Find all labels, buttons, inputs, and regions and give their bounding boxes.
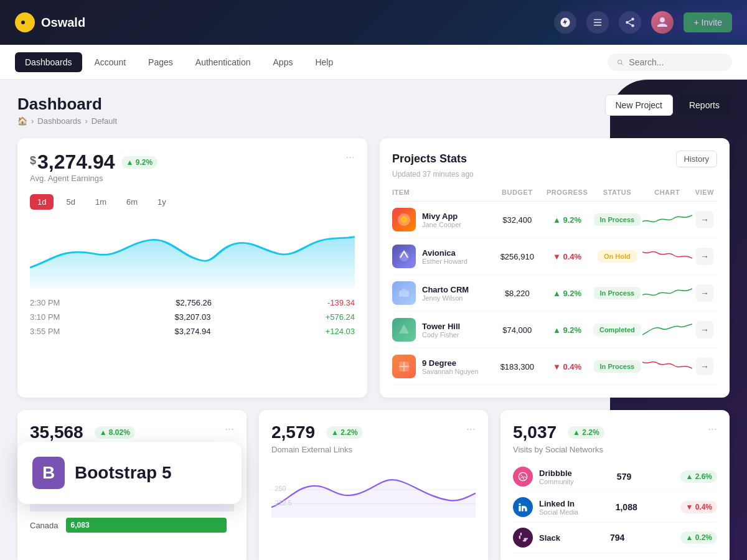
country-name: Canada <box>30 521 59 530</box>
nav-item-pages[interactable]: Pages <box>138 52 183 72</box>
nav-item-account[interactable]: Account <box>85 52 136 72</box>
project-view-mivy[interactable]: → <box>696 211 713 228</box>
svg-text:212.5: 212.5 <box>275 499 291 506</box>
nav-item-authentication[interactable]: Authentication <box>186 52 261 72</box>
project-status-9degree: In Process <box>592 360 642 373</box>
project-item-avionica: Avionica Esther Howard <box>392 245 492 268</box>
earnings-badge: ▲ 9.2% <box>121 156 158 169</box>
time-btn-1d[interactable]: 1d <box>30 194 54 210</box>
search-input[interactable] <box>629 57 723 67</box>
social-amount: 5,037 ▲ 2.2% <box>513 422 604 442</box>
time-btn-6m[interactable]: 6m <box>119 194 145 210</box>
projects-header: Projects Stats History <box>392 151 717 167</box>
slack-name: Slack <box>539 533 560 543</box>
earnings-value: 3,274.94 <box>37 151 115 174</box>
slack-icon <box>513 528 533 548</box>
earnings-label: Avg. Agent Earnings <box>30 174 157 183</box>
project-budget-tower: $74,000 <box>492 325 542 335</box>
domain-links-card: 2,579 ▲ 2.2% Domain External Links ··· 2… <box>259 410 488 560</box>
project-view-avionica[interactable]: → <box>696 248 713 265</box>
main-grid: $ 3,274.94 ▲ 9.2% Avg. Agent Earnings ··… <box>17 138 730 398</box>
slack-info: Slack <box>539 533 560 543</box>
projects-title: Projects Stats <box>392 152 467 166</box>
project-budget-9degree: $183,300 <box>492 362 542 371</box>
breadcrumb-dashboards[interactable]: Dashboards <box>37 116 81 126</box>
organic-more-button[interactable]: ··· <box>225 422 234 436</box>
svg-line-6 <box>629 20 632 22</box>
time-2: 3:10 PM <box>30 312 60 322</box>
linkedin-type: Social Media <box>539 508 578 516</box>
social-row-linkedin: Linked In Social Media 1,088 ▼ 0.4% <box>513 492 717 523</box>
svg-text:250: 250 <box>275 485 286 492</box>
project-chart-charto <box>642 282 692 304</box>
change-2: +576.24 <box>326 312 355 322</box>
project-info-avionica: Avionica Esther Howard <box>422 248 467 265</box>
user-avatar[interactable] <box>651 11 674 34</box>
amount-1: $2,756.26 <box>176 298 212 307</box>
social-info-linkedin: Linked In Social Media <box>513 497 578 517</box>
project-progress-avionica: ▼ 0.4% <box>542 251 592 262</box>
notifications-icon[interactable] <box>554 11 576 34</box>
page-title: Dashboard <box>17 95 117 114</box>
apps-icon[interactable] <box>586 11 609 34</box>
slack-badge: ▲ 0.2% <box>680 531 717 544</box>
project-row-mivy: Mivy App Jane Cooper $32,400 ▲ 9.2% In P… <box>392 202 717 238</box>
linkedin-badge: ▼ 0.4% <box>680 501 717 513</box>
logo-area: Oswald <box>15 12 554 32</box>
earnings-row-1: 2:30 PM $2,756.26 -139.34 <box>30 298 355 307</box>
svg-point-15 <box>519 472 527 480</box>
project-sub-avionica: Esther Howard <box>422 258 467 265</box>
col-chart: CHART <box>642 189 692 196</box>
project-icon-tower <box>392 318 416 342</box>
earnings-more-button[interactable]: ··· <box>345 151 355 164</box>
dribbble-type: Community <box>539 478 574 485</box>
svg-point-2 <box>632 18 635 21</box>
projects-subtitle: Updated 37 minutes ago <box>392 170 717 179</box>
nav-item-dashboards[interactable]: Dashboards <box>15 52 82 72</box>
project-row-tower: Tower Hill Cody Fisher $74,000 ▲ 9.2% Co… <box>392 312 717 348</box>
project-sub-mivy: Jane Cooper <box>422 221 461 228</box>
reports-button[interactable]: Reports <box>679 95 730 116</box>
project-name-avionica: Avionica <box>422 248 467 258</box>
project-view-tower[interactable]: → <box>696 321 713 338</box>
project-status-charto: In Process <box>592 287 642 299</box>
nav-item-apps[interactable]: Apps <box>263 52 303 72</box>
domain-amount: 2,579 ▲ 2.2% <box>271 422 363 442</box>
project-item-charto: Charto CRM Jenny Wilson <box>392 281 492 305</box>
project-budget-mivy: $32,400 <box>492 215 542 225</box>
social-amount-area: 5,037 ▲ 2.2% Visits by Social Networks <box>513 422 604 462</box>
svg-point-4 <box>632 24 635 27</box>
svg-rect-9 <box>399 291 409 297</box>
page-header-actions: New Project Reports <box>605 95 730 116</box>
time-btn-5d[interactable]: 5d <box>59 194 82 210</box>
topbar-actions: + Invite <box>554 11 732 34</box>
social-more-button[interactable]: ··· <box>708 422 717 436</box>
domain-amount-area: 2,579 ▲ 2.2% Domain External Links <box>271 422 363 462</box>
project-info-9degree: 9 Degree Savannah Nguyen <box>422 358 479 375</box>
time-1: 2:30 PM <box>30 298 60 307</box>
history-button[interactable]: History <box>676 151 717 167</box>
dribbble-info: Dribbble Community <box>539 469 574 485</box>
bootstrap-overlay-card: B Bootstrap 5 <box>17 442 242 504</box>
invite-button[interactable]: + Invite <box>684 12 732 32</box>
new-project-button[interactable]: New Project <box>605 95 673 116</box>
time-btn-1y[interactable]: 1y <box>150 194 174 210</box>
domain-more-button[interactable]: ··· <box>466 422 476 436</box>
project-icon-avionica <box>392 245 416 268</box>
project-status-mivy: In Process <box>592 213 642 226</box>
project-item-tower: Tower Hill Cody Fisher <box>392 318 492 342</box>
project-icon-charto <box>392 281 416 305</box>
search-bar[interactable] <box>608 54 732 71</box>
share-icon[interactable] <box>619 11 641 34</box>
project-icon-9degree <box>392 355 416 378</box>
nav-item-help[interactable]: Help <box>305 52 343 72</box>
project-info-tower: Tower Hill Cody Fisher <box>422 322 460 338</box>
social-label: Visits by Social Networks <box>513 445 604 454</box>
time-btn-1m[interactable]: 1m <box>88 194 114 210</box>
social-badge: ▲ 2.2% <box>568 426 604 439</box>
project-view-9degree[interactable]: → <box>696 358 713 375</box>
dribbble-icon <box>513 467 533 487</box>
project-view-charto[interactable]: → <box>696 284 713 302</box>
time-3: 3:55 PM <box>30 327 60 336</box>
social-info-dribbble: Dribbble Community <box>513 467 574 487</box>
